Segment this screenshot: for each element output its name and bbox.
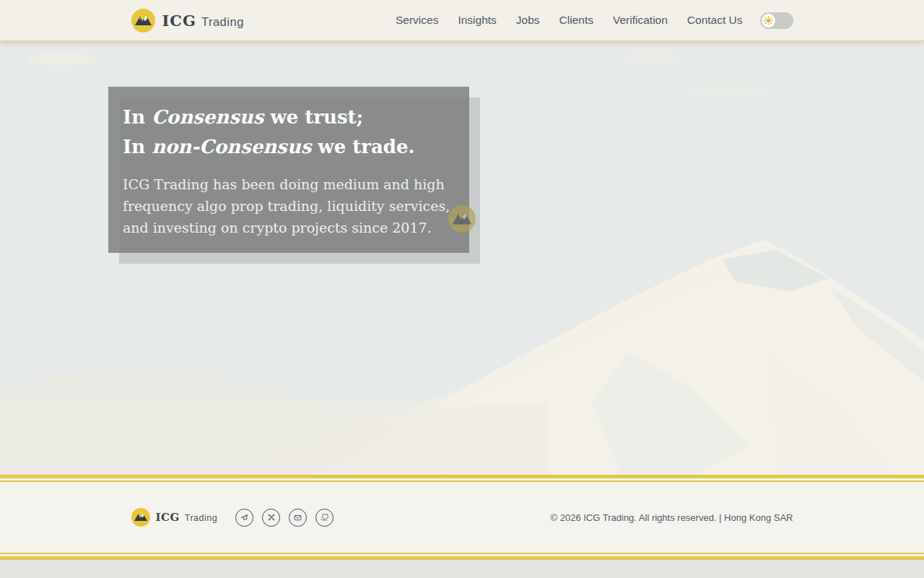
social-telegram-button[interactable] — [235, 509, 253, 527]
nav-item-insights[interactable]: Insights — [458, 14, 496, 27]
theme-toggle[interactable] — [760, 12, 793, 29]
hero-section: In Consensus we trust; In non-Consensus … — [0, 41, 924, 475]
x-twitter-icon — [267, 513, 276, 522]
telegram-icon — [240, 513, 249, 522]
main-nav: Services Insights Jobs Clients Verificat… — [396, 14, 743, 27]
nav-item-services[interactable]: Services — [396, 14, 438, 27]
copyright-text: © 2026 ICG Trading. All rights reserved.… — [551, 512, 793, 523]
page-bottom-strip — [0, 560, 924, 578]
footer: ICG Trading — [0, 482, 924, 553]
footer-brand-logo[interactable]: ICG Trading — [131, 508, 218, 527]
hero-heading-line2: In non-Consensus we trade. — [123, 132, 455, 162]
nav-item-contact-us[interactable]: Contact Us — [687, 14, 743, 27]
hero-heading-line1: In Consensus we trust; — [123, 103, 455, 132]
footer-top-divider — [0, 475, 924, 482]
icg-watermark-icon — [448, 205, 476, 233]
hero-heading: In Consensus we trust; In non-Consensus … — [123, 103, 455, 162]
social-email-button[interactable] — [289, 509, 307, 527]
icg-logo-icon — [131, 508, 150, 527]
social-links — [235, 509, 334, 527]
nav-item-jobs[interactable]: Jobs — [516, 14, 540, 27]
email-icon — [293, 513, 302, 522]
header: ICG Trading Services Insights Jobs Clien… — [0, 0, 924, 41]
github-icon — [320, 512, 330, 522]
hero-description: ICG Trading has been doing medium and hi… — [123, 173, 453, 238]
social-x-twitter-button[interactable] — [262, 509, 280, 527]
theme-toggle-knob — [762, 14, 775, 27]
footer-bottom-divider — [0, 553, 924, 560]
hero-card: In Consensus we trust; In non-Consensus … — [108, 87, 469, 253]
brand-name-primary: ICG — [162, 12, 196, 30]
social-github-button[interactable] — [315, 509, 334, 527]
brand-name-secondary: Trading — [201, 15, 244, 29]
brand-logo[interactable]: ICG Trading — [131, 9, 244, 33]
nav-item-verification[interactable]: Verification — [613, 14, 668, 27]
nav-item-clients[interactable]: Clients — [559, 14, 593, 27]
brand-name-primary: ICG — [156, 511, 180, 524]
brand-name-secondary: Trading — [185, 513, 217, 523]
sun-icon — [764, 16, 773, 25]
icg-logo-icon — [131, 9, 155, 33]
